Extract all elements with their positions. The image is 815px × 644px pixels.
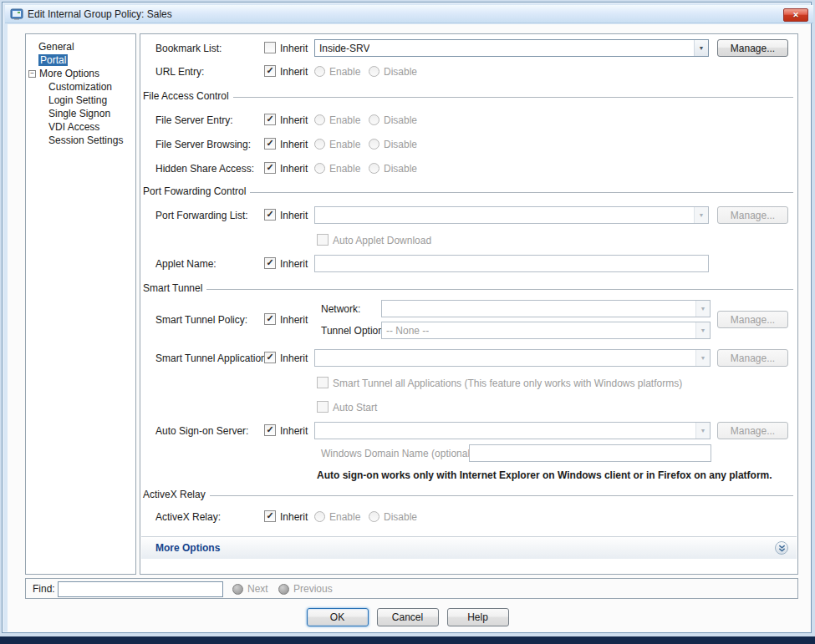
bookmark-list-combobox[interactable]: Inside-SRV ▼ (314, 39, 709, 57)
tree-item-vdi-access[interactable]: VDI Access (26, 120, 135, 134)
smart-tunnel-application-inherit-checkbox[interactable]: ✓ (264, 352, 276, 363)
auto-sign-on-combobox[interactable]: ▼ (314, 422, 711, 439)
activex-relay-enable-label: Enable (329, 511, 360, 523)
url-entry-enable-radio[interactable] (314, 66, 325, 77)
applet-name-row: Applet Name: ✓ Inherit (140, 255, 797, 272)
chevron-down-icon[interactable]: ▼ (695, 350, 710, 366)
help-button[interactable]: Help (447, 608, 509, 626)
hidden-share-access-enable-radio[interactable] (314, 163, 325, 174)
find-previous-label[interactable]: Previous (293, 583, 333, 595)
find-label: Find: (33, 583, 55, 595)
cancel-button[interactable]: Cancel (377, 608, 439, 626)
url-entry-disable-label: Disable (384, 66, 417, 78)
auto-sign-on-note: Auto sign-on works only with Internet Ex… (317, 469, 772, 481)
activex-relay-row: ActiveX Relay: ✓ Inherit Enable Disable (140, 508, 797, 525)
footer-buttons: OK Cancel Help (0, 608, 815, 626)
chevron-down-icon[interactable]: ▼ (694, 207, 708, 223)
tree-item-session-settings[interactable]: Session Settings (26, 134, 135, 147)
file-server-browsing-disable-label: Disable (384, 139, 417, 150)
port-forwarding-list-row: Port Forwarding List: ✓ Inherit ▼ Manage… (140, 206, 797, 224)
find-next-label[interactable]: Next (247, 583, 268, 595)
applet-name-inherit-checkbox[interactable]: ✓ (264, 257, 276, 269)
auto-sign-on-label: Auto Sign-on Server: (155, 425, 248, 437)
tunnel-option-combobox[interactable]: -- None -- ▼ (381, 322, 711, 339)
smart-tunnel-all-checkbox[interactable] (317, 377, 329, 388)
find-previous-icon[interactable] (278, 584, 289, 595)
section-divider (233, 97, 793, 98)
bookmark-manage-button[interactable]: Manage... (717, 39, 788, 57)
file-server-entry-disable-label: Disable (384, 114, 417, 126)
check-icon: ✓ (266, 425, 273, 434)
tree-item-login-setting[interactable]: Login Setting (26, 94, 135, 107)
chevron-down-icon[interactable]: ▼ (695, 423, 710, 439)
check-icon: ✓ (266, 511, 273, 520)
section-activex-relay: ActiveX Relay (143, 488, 793, 501)
app-icon (10, 8, 23, 21)
file-server-entry-inherit-checkbox[interactable]: ✓ (264, 114, 276, 125)
close-icon: ✕ (792, 11, 799, 19)
bookmark-list-row: Bookmark List: Inherit Inside-SRV ▼ Mana… (140, 39, 797, 57)
file-server-browsing-disable-radio[interactable] (369, 139, 379, 150)
auto-applet-download-row: Auto Applet Download (140, 231, 797, 249)
find-next-icon[interactable] (232, 584, 243, 595)
smart-tunnel-application-combobox[interactable]: ▼ (314, 349, 711, 367)
sidebar-tree: General Portal − More Options Customizat… (25, 33, 136, 575)
file-server-browsing-label: File Server Browsing: (155, 139, 251, 150)
auto-start-checkbox[interactable] (317, 401, 329, 413)
auto-sign-on-inherit-checkbox[interactable]: ✓ (264, 424, 276, 436)
tree-item-single-signon[interactable]: Single Signon (26, 107, 135, 120)
url-entry-disable-radio[interactable] (369, 66, 379, 77)
tree-item-general[interactable]: General (26, 40, 135, 53)
hidden-share-access-inherit-label: Inherit (280, 163, 308, 175)
port-forwarding-list-combobox[interactable]: ▼ (314, 206, 709, 224)
more-options-expander[interactable]: More Options (141, 536, 797, 559)
check-icon: ✓ (266, 66, 273, 75)
check-icon: ✓ (266, 139, 273, 148)
smart-tunnel-application-row: Smart Tunnel Application: ✓ Inherit ▼ Ma… (140, 349, 797, 367)
window-titlebar[interactable]: Edit Internal Group Policy: Sales ✕ (5, 5, 813, 23)
screen: Edit Internal Group Policy: Sales ✕ Gene… (0, 0, 815, 644)
auto-applet-download-checkbox[interactable] (317, 234, 329, 246)
file-server-browsing-inherit-checkbox[interactable]: ✓ (264, 138, 276, 150)
port-forwarding-inherit-checkbox[interactable]: ✓ (264, 209, 276, 221)
find-input[interactable] (58, 581, 223, 597)
tree-item-more-options[interactable]: − More Options (26, 67, 135, 80)
bookmark-list-label: Bookmark List: (155, 43, 222, 54)
file-server-entry-disable-radio[interactable] (369, 114, 379, 125)
close-button[interactable]: ✕ (783, 8, 808, 22)
tree-item-label: Customization (48, 81, 112, 93)
hidden-share-access-disable-radio[interactable] (369, 163, 379, 174)
activex-relay-enable-radio[interactable] (314, 511, 325, 522)
section-label: Port Fowarding Control (143, 185, 246, 197)
port-forwarding-manage-button[interactable]: Manage... (717, 206, 788, 224)
tree-children: Customization Login Setting Single Signo… (26, 80, 135, 147)
auto-sign-on-note-row: Auto sign-on works only with Internet Ex… (140, 466, 797, 484)
bottom-edge-strip (0, 636, 815, 644)
find-bar: Find: Next Previous (25, 578, 798, 599)
ok-button[interactable]: OK (307, 608, 369, 626)
auto-sign-on-manage-button[interactable]: Manage... (717, 422, 788, 439)
chevron-double-down-icon[interactable] (775, 541, 788, 555)
smart-tunnel-all-label: Smart Tunnel all Applications (This feat… (333, 378, 682, 389)
smart-tunnel-application-manage-button[interactable]: Manage... (717, 349, 788, 367)
activex-relay-inherit-checkbox[interactable]: ✓ (264, 510, 276, 522)
tunnel-option-value: -- None -- (386, 325, 429, 337)
file-server-browsing-inherit-label: Inherit (280, 139, 308, 150)
tree-item-label: Session Settings (48, 134, 123, 146)
windows-domain-field[interactable] (469, 444, 711, 462)
section-label: Smart Tunnel (143, 282, 202, 294)
hidden-share-access-inherit-checkbox[interactable]: ✓ (264, 162, 276, 174)
file-server-browsing-enable-radio[interactable] (314, 139, 325, 150)
applet-name-label: Applet Name: (155, 258, 216, 270)
applet-name-field[interactable] (314, 255, 709, 272)
bookmark-inherit-checkbox[interactable] (264, 42, 276, 53)
tree-item-portal[interactable]: Portal (26, 53, 135, 67)
tree-collapse-icon[interactable]: − (28, 70, 36, 78)
activex-relay-disable-radio[interactable] (369, 511, 379, 522)
chevron-down-icon[interactable]: ▼ (695, 322, 710, 338)
file-server-entry-enable-radio[interactable] (314, 114, 325, 125)
chevron-down-icon[interactable]: ▼ (694, 40, 708, 56)
tree-item-customization[interactable]: Customization (26, 80, 135, 94)
url-entry-inherit-checkbox[interactable]: ✓ (264, 65, 276, 77)
activex-relay-disable-label: Disable (384, 511, 417, 523)
